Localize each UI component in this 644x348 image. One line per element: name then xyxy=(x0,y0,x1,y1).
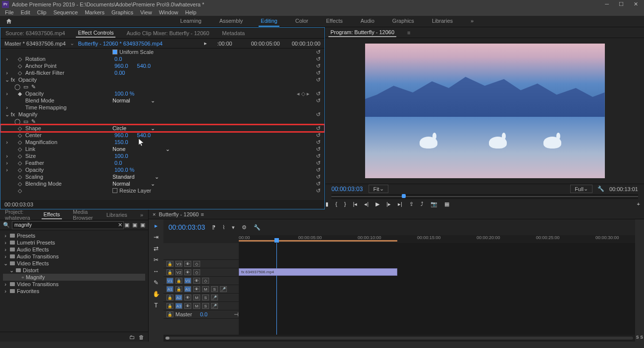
minimize-button[interactable]: ─ xyxy=(605,1,609,7)
tab-effect-controls[interactable]: Effect Controls xyxy=(76,29,115,38)
playhead-handle[interactable] xyxy=(402,194,406,198)
go-to-in-button[interactable]: |◂ xyxy=(353,201,357,207)
timeline-track-area[interactable]: fx 634937506.mp4 xyxy=(239,243,635,335)
extract-button[interactable]: ⤴ xyxy=(421,201,424,207)
blend-mode-dropdown[interactable]: Normal xyxy=(112,98,157,104)
step-forward-button[interactable]: |▸ xyxy=(386,201,391,207)
antiflicker-value[interactable]: 0.00 xyxy=(112,70,125,76)
tree-video-effects[interactable]: ⌄Video Effects xyxy=(3,260,145,267)
anchor-y-value[interactable]: 540.0 xyxy=(135,63,151,69)
tree-audio-transitions[interactable]: ›Audio Transitions xyxy=(3,253,145,260)
reset-icon[interactable]: ↺ xyxy=(316,153,321,159)
export-frame-button[interactable]: 📷 xyxy=(430,201,437,207)
keyframe-toggle[interactable]: ◇ xyxy=(16,174,23,180)
menu-file[interactable]: File xyxy=(2,9,17,15)
go-to-out-button[interactable]: ▸| xyxy=(398,201,402,207)
play-button[interactable]: ▶ xyxy=(376,201,379,207)
workspace-color[interactable]: Color xyxy=(293,16,310,27)
menu-edit[interactable]: Edit xyxy=(18,9,33,15)
new-bin-icon[interactable]: 🗀 xyxy=(129,334,135,340)
keyframe-toggle[interactable]: ◇ xyxy=(16,63,23,69)
track-master[interactable]: 🔒Master0.0⊣ xyxy=(163,310,239,319)
reset-icon[interactable]: ↺ xyxy=(316,98,321,104)
reset-icon[interactable]: ↺ xyxy=(316,181,321,187)
keyframe-toggle[interactable]: ◇ xyxy=(16,139,23,146)
linked-selection-icon[interactable]: ⌇ xyxy=(222,224,225,231)
center-x-value[interactable]: 960.0 xyxy=(112,132,128,138)
reset-icon[interactable]: ↺ xyxy=(316,167,321,173)
zoom-fit-dropdown[interactable]: Fit ⌄ xyxy=(369,185,388,193)
keyframe-toggle[interactable]: ◇ xyxy=(16,153,23,159)
resize-layer-checkbox[interactable] xyxy=(112,188,117,193)
pen-mask-icon[interactable]: ✎ xyxy=(31,84,36,90)
master-clip-label[interactable]: Master * 634937506.mp4 xyxy=(4,41,66,47)
type-tool[interactable]: T xyxy=(154,302,158,309)
keyframe-toggle[interactable]: ◇ xyxy=(16,167,23,173)
tree-magnify[interactable]: ▫Magnify xyxy=(3,274,145,281)
track-a1[interactable]: A1🔒A1👁MS🎤 xyxy=(163,285,239,294)
workspace-effects[interactable]: Effects xyxy=(324,16,344,27)
timeline-timecode[interactable]: 00:00:03:03 xyxy=(168,223,205,231)
clear-search-icon[interactable]: ✕ xyxy=(118,222,122,228)
sequence-clip-label[interactable]: Butterfly - 12060 * 634937506.mp4 xyxy=(78,41,163,47)
opacity-value[interactable]: 100.0 % xyxy=(112,91,134,97)
blending-mode-dropdown[interactable]: Normal xyxy=(112,181,157,187)
resolution-dropdown[interactable]: Full ⌄ xyxy=(570,185,592,193)
timeline-ruler[interactable]: 00:00 00:00:05:00 00:00:10:00 00:00:15:0… xyxy=(239,235,635,243)
reset-icon[interactable]: ↺ xyxy=(316,111,321,118)
panel-overflow-icon[interactable]: » xyxy=(138,211,145,219)
workspace-assembly[interactable]: Assembly xyxy=(217,16,245,27)
accelerated-filter-icon[interactable]: ▣ xyxy=(124,222,129,228)
pen-mask-icon[interactable]: ✎ xyxy=(31,118,36,125)
time-remapping-label[interactable]: Time Remapping xyxy=(23,104,112,110)
play-only-button[interactable]: ▸ xyxy=(204,40,207,47)
reset-icon[interactable]: ↺ xyxy=(316,63,321,69)
ellipse-mask-icon[interactable]: ◯ xyxy=(14,84,20,90)
slip-tool[interactable]: ↔ xyxy=(153,268,159,275)
track-a3[interactable]: 🔒A3👁MS🎤 xyxy=(163,302,239,310)
magnification-value[interactable]: 150.0 xyxy=(112,139,128,145)
snap-icon[interactable]: ⁋ xyxy=(212,224,215,231)
wrench-icon[interactable]: 🔧 xyxy=(597,186,604,192)
workspace-editing[interactable]: Editing xyxy=(259,16,279,27)
effect-controls-timecode[interactable]: 00:00:03:03 xyxy=(4,201,33,207)
tab-metadata[interactable]: Metadata xyxy=(220,29,247,37)
keyframe-toggle[interactable]: ◇ xyxy=(16,160,23,166)
tab-media-browser[interactable]: Media Browser xyxy=(71,208,96,222)
center-y-value[interactable]: 540.0 xyxy=(135,132,151,138)
yuv-filter-icon[interactable]: ▣ xyxy=(140,222,145,228)
menu-window[interactable]: Window xyxy=(156,9,181,15)
uniform-scale-checkbox[interactable] xyxy=(112,50,117,54)
reset-icon[interactable]: ↺ xyxy=(316,160,321,166)
keyframe-toggle[interactable]: ◇ xyxy=(16,125,23,132)
step-back-button[interactable]: ◂| xyxy=(364,201,369,207)
panel-menu-icon[interactable]: ≡ xyxy=(405,29,412,37)
reset-icon[interactable]: ↺ xyxy=(316,132,321,139)
razor-tool[interactable]: ✂ xyxy=(154,256,159,263)
rect-mask-icon[interactable]: ▭ xyxy=(23,118,28,125)
menu-sequence[interactable]: Sequence xyxy=(51,9,81,15)
program-scrubber[interactable] xyxy=(331,194,638,199)
wrench-icon[interactable]: 🔧 xyxy=(254,224,261,231)
rotation-value[interactable]: 0.0 xyxy=(112,56,122,62)
menu-graphics[interactable]: Graphics xyxy=(108,9,136,15)
feather-value[interactable]: 0.0 xyxy=(112,160,122,166)
timeline-playhead[interactable] xyxy=(276,243,277,335)
track-v2[interactable]: 🔒V2👁◇ xyxy=(163,268,239,277)
workspace-graphics[interactable]: Graphics xyxy=(390,16,416,27)
zoom-scrollbar[interactable] xyxy=(165,337,633,340)
tree-favorites[interactable]: ›Favorites xyxy=(3,288,145,295)
keyframe-toggle[interactable]: ◆ xyxy=(16,91,23,97)
close-window-button[interactable]: ✕ xyxy=(634,1,638,7)
reset-icon[interactable]: ↺ xyxy=(316,174,321,180)
ellipse-mask-icon[interactable]: ◯ xyxy=(14,118,20,125)
tree-distort[interactable]: ⌄Distort xyxy=(3,267,145,274)
tree-lumetri[interactable]: ›Lumetri Presets xyxy=(3,239,145,246)
keyframe-toggle[interactable]: ◇ xyxy=(16,132,23,139)
close-sequence-icon[interactable]: × xyxy=(153,211,156,217)
track-select-tool[interactable]: ⇥ xyxy=(154,234,159,241)
add-marker-icon[interactable]: ▾ xyxy=(232,224,235,231)
panel-menu-icon[interactable]: ≡ xyxy=(201,211,204,217)
track-a2[interactable]: 🔒A2👁MS🎤 xyxy=(163,294,239,302)
workspace-libraries[interactable]: Libraries xyxy=(430,16,455,27)
